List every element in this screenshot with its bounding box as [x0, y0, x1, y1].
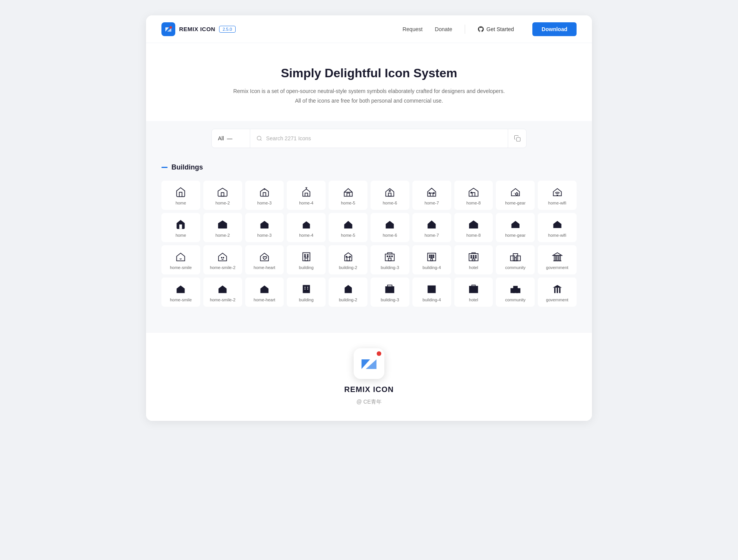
svg-rect-54 — [304, 287, 305, 288]
icon-label: home-3 — [257, 201, 271, 205]
list-item[interactable]: community — [496, 278, 535, 307]
list-item[interactable]: home-7 — [412, 213, 451, 242]
home-wifi-filled-icon — [552, 219, 563, 230]
list-item[interactable]: home-smile — [161, 278, 200, 307]
svg-rect-27 — [389, 256, 390, 257]
list-item[interactable]: home-5 — [329, 213, 367, 242]
svg-rect-29 — [389, 258, 391, 261]
building-2-filled-icon — [343, 284, 354, 294]
svg-rect-52 — [559, 256, 560, 261]
list-item[interactable]: home-gear — [496, 181, 535, 210]
navbar: REMIX ICON 2.5.0 Request Donate Get Star… — [146, 15, 592, 43]
list-item[interactable]: building-4 — [412, 245, 451, 274]
icon-label: government — [546, 265, 568, 270]
list-item[interactable]: building-3 — [371, 245, 409, 274]
building-3-filled-icon — [384, 284, 395, 294]
list-item[interactable]: home-gear — [496, 213, 535, 242]
list-item[interactable]: home-smile-2 — [203, 278, 242, 307]
list-item[interactable]: home-6 — [371, 213, 409, 242]
app-icon — [354, 348, 384, 379]
svg-rect-4 — [221, 193, 224, 196]
nav-donate[interactable]: Donate — [435, 26, 452, 32]
list-item[interactable]: building-4 — [412, 278, 451, 307]
list-item[interactable]: home-4 — [287, 213, 326, 242]
list-item[interactable]: community — [496, 245, 535, 274]
home-4-filled-icon — [301, 219, 312, 230]
list-item[interactable]: building — [287, 278, 326, 307]
list-item[interactable]: home-3 — [245, 213, 284, 242]
list-item[interactable]: home-2 — [203, 181, 242, 210]
search-input[interactable] — [266, 135, 502, 141]
icon-label: building-3 — [381, 297, 399, 302]
icon-label: home-2 — [216, 233, 230, 238]
list-item[interactable]: building-3 — [371, 278, 409, 307]
list-item[interactable]: home-smile-2 — [203, 245, 242, 274]
svg-rect-48 — [513, 254, 518, 261]
svg-rect-58 — [386, 286, 394, 293]
svg-rect-10 — [434, 193, 434, 194]
svg-rect-46 — [510, 256, 515, 261]
app-icon-dot — [377, 351, 381, 356]
list-item[interactable]: home — [161, 181, 200, 210]
search-icon — [256, 135, 262, 141]
home-5-icon — [343, 187, 354, 198]
list-item[interactable]: government — [538, 278, 577, 307]
building-2-icon — [343, 251, 354, 262]
list-item[interactable]: home-7 — [412, 181, 451, 210]
list-item[interactable]: home-heart — [245, 278, 284, 307]
nav-divider — [465, 25, 465, 34]
icon-label: home-4 — [299, 233, 313, 238]
nav-request[interactable]: Request — [402, 26, 422, 32]
icon-label: building — [299, 297, 314, 302]
icon-label: home-wifi — [548, 233, 566, 238]
home-icon — [175, 187, 186, 198]
building-3-icon — [384, 251, 395, 262]
list-item[interactable]: home-2 — [203, 213, 242, 242]
list-item[interactable]: government — [538, 245, 577, 274]
nav-github[interactable]: Get Started — [477, 26, 514, 33]
icon-label: building-4 — [422, 297, 441, 302]
list-item[interactable]: building-2 — [329, 278, 367, 307]
list-item[interactable]: home-8 — [454, 213, 493, 242]
list-item[interactable]: home — [161, 213, 200, 242]
search-filter-dropdown[interactable]: All — — [212, 129, 250, 148]
list-item[interactable]: home-smile — [161, 245, 200, 274]
list-item[interactable]: home-5 — [329, 181, 367, 210]
list-item[interactable]: hotel — [454, 278, 493, 307]
icon-label: community — [505, 297, 525, 302]
list-item[interactable]: home-wifi — [538, 181, 577, 210]
icon-label: home-gear — [505, 233, 525, 238]
list-item[interactable]: home-6 — [371, 181, 409, 210]
filter-label: All — [218, 135, 224, 141]
list-item[interactable]: home-4 — [287, 181, 326, 210]
svg-rect-3 — [516, 138, 520, 141]
list-item[interactable]: home-heart — [245, 245, 284, 274]
svg-rect-35 — [431, 257, 432, 258]
list-item[interactable]: home-wifi — [538, 213, 577, 242]
svg-rect-37 — [431, 259, 433, 261]
download-button[interactable]: Download — [532, 22, 577, 36]
svg-rect-34 — [429, 257, 430, 258]
svg-rect-66 — [559, 288, 560, 293]
copy-icon-button[interactable] — [508, 129, 526, 148]
buildings-section-header: Buildings — [161, 163, 577, 171]
icon-label: building-3 — [381, 265, 399, 270]
list-item[interactable]: building-2 — [329, 245, 367, 274]
search-input-wrap — [250, 135, 508, 141]
svg-rect-11 — [471, 192, 472, 193]
list-item[interactable]: home-3 — [245, 181, 284, 210]
svg-rect-53 — [303, 285, 310, 293]
svg-rect-55 — [307, 287, 308, 288]
icon-label: building — [299, 265, 314, 270]
icon-label: home-7 — [425, 201, 439, 205]
icon-row-4: home-smile home-smile-2 home-heart build… — [161, 278, 577, 307]
svg-rect-56 — [304, 289, 305, 289]
list-item[interactable]: building — [287, 245, 326, 274]
home-6-filled-icon — [384, 219, 395, 230]
list-item[interactable]: hotel — [454, 245, 493, 274]
government-filled-icon — [552, 284, 563, 294]
home-8-icon — [468, 187, 479, 198]
home-wifi-icon — [552, 187, 563, 198]
list-item[interactable]: home-8 — [454, 181, 493, 210]
home-gear-filled-icon — [510, 219, 521, 230]
